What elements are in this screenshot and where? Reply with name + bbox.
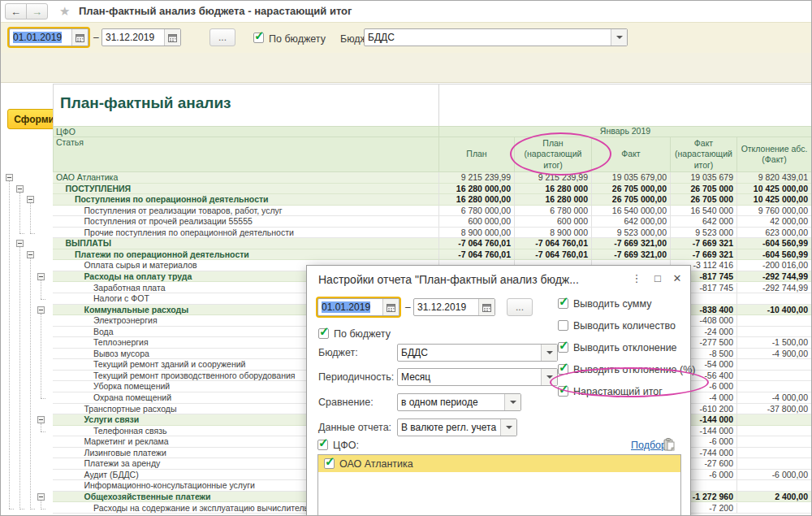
row-value-cell[interactable] [737, 414, 812, 426]
row-value-cell[interactable] [737, 293, 812, 305]
row-value-cell[interactable]: -7 064 760,01 [515, 249, 592, 261]
dialog-option-label[interactable]: Выводить отклонение [573, 342, 677, 353]
row-value-cell[interactable] [737, 315, 812, 327]
dialog-option-label[interactable]: Нарастающий итог [573, 386, 663, 397]
row-value-cell[interactable] [737, 381, 812, 392]
row-value-cell[interactable]: -1 500,00 [737, 337, 812, 349]
row-value-cell[interactable]: -4 900,00 [737, 349, 812, 360]
row-value-cell[interactable] [737, 426, 812, 437]
dialog-by-budget-label[interactable]: По бюджету [334, 328, 391, 340]
chevron-down-icon[interactable] [611, 29, 627, 46]
budget-combo[interactable]: БДДС [364, 28, 628, 46]
date-from-value[interactable]: 01.01.2019 [13, 32, 62, 43]
collapse-group-button[interactable] [6, 174, 13, 181]
row-value-cell[interactable]: 16 280 000 [515, 184, 592, 195]
dialog-option-checkbox[interactable] [558, 298, 568, 309]
row-value-cell[interactable]: 9 523 000,00 [592, 228, 671, 239]
calendar-icon[interactable] [71, 29, 88, 46]
row-value-cell[interactable]: -200 016,00 [737, 260, 812, 271]
row-value-cell[interactable]: 16 280 000,00 [439, 194, 515, 206]
dialog-maximize-icon[interactable]: □ [651, 272, 664, 284]
row-value-cell[interactable]: 9 523 000 [671, 228, 737, 239]
by-budget-checkbox[interactable] [253, 33, 264, 43]
by-budget-label[interactable]: По бюджету [269, 33, 326, 45]
row-value-cell[interactable]: 16 280 000,00 [439, 184, 515, 195]
comparison-field[interactable]: в одном периоде [397, 393, 521, 411]
paste-icon[interactable] [663, 438, 675, 454]
row-value-cell[interactable]: 10 425 000,00 [737, 184, 812, 195]
cfo-item-checkbox[interactable] [324, 458, 335, 469]
dialog-option-label[interactable]: Выводить количество [573, 320, 676, 332]
cfo-label[interactable]: ЦФО: [333, 440, 359, 451]
chevron-down-icon[interactable] [500, 419, 516, 436]
row-value-cell[interactable]: 19 035 679 [671, 172, 737, 184]
row-value-cell[interactable]: -37 800,00 [737, 404, 812, 415]
row-label-cell[interactable]: ОАО Атлантика [53, 172, 439, 184]
row-label-cell[interactable]: ПОСТУПЛЕНИЯ [53, 184, 439, 195]
period-more-button[interactable]: ... [209, 28, 235, 46]
row-value-cell[interactable]: 6 780 000,00 [439, 206, 515, 217]
dialog-date-to-field[interactable]: 31.12.2019 [413, 298, 495, 316]
row-value-cell[interactable] [737, 327, 812, 338]
row-value-cell[interactable]: 642 000,00 [592, 216, 671, 228]
collapse-group-button[interactable] [37, 306, 45, 314]
calendar-icon[interactable] [164, 29, 180, 46]
row-value-cell[interactable]: 16 540 000,00 [592, 206, 671, 217]
row-value-cell[interactable]: -6 000,00 [737, 470, 812, 481]
dialog-period-more-button[interactable]: ... [507, 298, 533, 316]
row-value-cell[interactable]: 600 000 [515, 216, 592, 228]
collapse-group-button[interactable] [27, 251, 34, 258]
row-value-cell[interactable]: 26 705 000 [671, 184, 737, 195]
row-value-cell[interactable]: 9 760 000,00 [737, 206, 812, 217]
date-to-field[interactable]: 31.12.2019 [102, 28, 181, 46]
row-value-cell[interactable]: 9 820 439,01 [737, 172, 812, 184]
cfo-checkbox[interactable] [317, 440, 328, 450]
row-value-cell[interactable]: -4 000,00 [737, 392, 812, 404]
report-data-field[interactable]: В валюте регл. учета [397, 418, 517, 436]
budget-value[interactable]: БДДС [365, 29, 611, 46]
row-value-cell[interactable]: -7 064 760,01 [515, 238, 592, 249]
comparison-field-value[interactable]: в одном периоде [398, 394, 504, 410]
row-value-cell[interactable]: -7 064 760,01 [439, 238, 515, 249]
row-value-cell[interactable] [737, 480, 812, 492]
row-value-cell[interactable]: 26 705 000 [671, 194, 737, 206]
dialog-close-icon[interactable]: ✕ [671, 272, 684, 284]
forward-button[interactable]: → [26, 3, 48, 20]
row-value-cell[interactable]: 19 035 679,00 [592, 172, 671, 184]
chevron-down-icon[interactable] [541, 369, 557, 385]
row-value-cell[interactable]: -604 560,99 [737, 238, 812, 249]
row-value-cell[interactable] [737, 436, 812, 448]
dialog-option-label[interactable]: Выводить сумму [573, 298, 651, 310]
row-label-cell[interactable]: ВЫПЛАТЫ [53, 238, 439, 249]
dialog-option-checkbox[interactable] [558, 342, 568, 353]
cfo-list-item[interactable]: ОАО Атлантика [318, 455, 680, 472]
row-value-cell[interactable]: -7 669 321,00 [592, 249, 671, 261]
row-label-cell[interactable]: Платежи по операционной деятельности [53, 249, 439, 261]
row-value-cell[interactable]: -10 400,00 [737, 305, 812, 316]
row-value-cell[interactable] [737, 359, 812, 371]
report-data-field-value[interactable]: В валюте регл. учета [398, 419, 500, 436]
row-value-cell[interactable] [737, 371, 812, 382]
collapse-group-button[interactable] [16, 185, 24, 193]
row-value-cell[interactable]: -7 669 321,00 [592, 238, 671, 249]
back-button[interactable]: ← [5, 3, 27, 20]
calendar-icon[interactable] [382, 299, 399, 315]
row-value-cell[interactable]: 10 425 000,00 [737, 194, 812, 206]
collapse-group-button[interactable] [37, 493, 45, 501]
collapse-group-button[interactable] [16, 240, 24, 247]
row-value-cell[interactable]: 16 280 000 [515, 194, 592, 206]
dialog-date-from-value[interactable]: 01.01.2019 [322, 301, 370, 313]
dialog-option-label[interactable]: Выводить отклонение (%) [573, 364, 696, 375]
row-value-cell[interactable]: 42 000,00 [737, 216, 812, 228]
row-value-cell[interactable]: 26 705 000,00 [592, 184, 671, 195]
row-value-cell[interactable]: -7 669 321 [671, 249, 737, 261]
row-value-cell[interactable]: 8 900 000,00 [439, 228, 515, 239]
row-value-cell[interactable]: 16 540 000 [671, 206, 737, 217]
pick-link[interactable]: Подбор [631, 440, 667, 451]
collapse-group-button[interactable] [37, 273, 45, 280]
collapse-group-button[interactable] [27, 196, 34, 203]
row-value-cell[interactable]: 600 000,00 [439, 216, 515, 228]
row-label-cell[interactable]: Поступления по операционной деятельности [53, 194, 439, 206]
dialog-date-to-value[interactable]: 31.12.2019 [414, 299, 478, 315]
dialog-option-checkbox[interactable] [558, 386, 568, 397]
